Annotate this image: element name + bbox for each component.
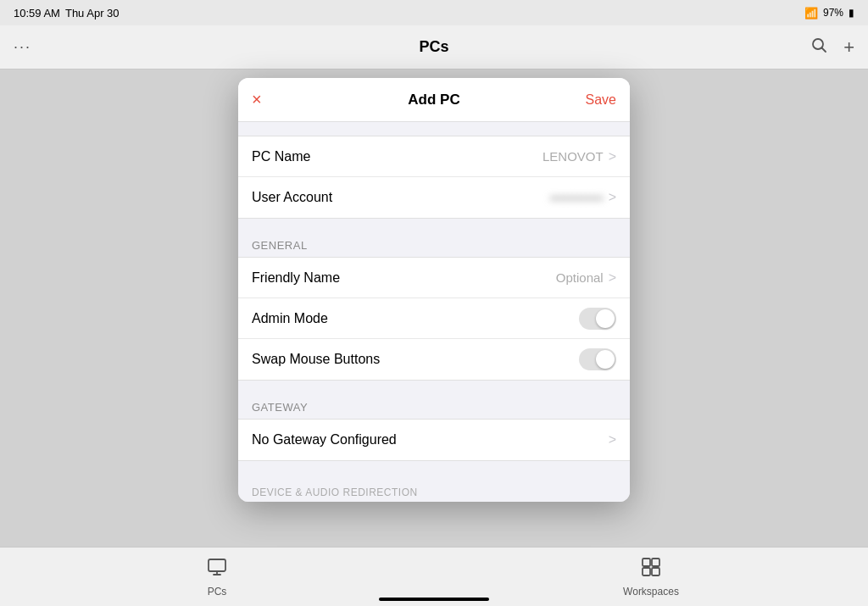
status-date: Thu Apr 30 [65,7,120,19]
save-button[interactable]: Save [586,92,616,108]
nav-title: PCs [419,38,448,56]
admin-mode-row: Admin Mode [238,298,630,339]
friendly-name-label: Friendly Name [252,270,556,286]
no-gateway-row[interactable]: No Gateway Configured > [238,420,630,460]
spacer-gateway [238,381,630,394]
svg-rect-8 [652,568,659,575]
tab-workspaces[interactable]: Workspaces [434,557,868,598]
add-icon[interactable]: + [843,36,854,58]
user-account-row[interactable]: User Account •••••••••••• > [238,177,630,218]
no-gateway-label: No Gateway Configured [252,432,609,448]
search-icon[interactable] [810,36,827,58]
svg-rect-5 [643,559,650,566]
status-time: 10:59 AM [14,7,60,19]
add-pc-modal: × Add PC Save PC Name LENOVOT > User Acc… [238,78,630,502]
admin-mode-toggle[interactable] [579,308,616,330]
svg-line-1 [822,48,826,53]
swap-mouse-label: Swap Mouse Buttons [252,352,579,367]
user-account-chevron: > [609,190,616,205]
pc-name-chevron: > [609,149,616,164]
swap-mouse-row: Swap Mouse Buttons [238,339,630,380]
close-button[interactable]: × [252,90,262,109]
spacer-device [238,461,630,475]
admin-mode-label: Admin Mode [252,311,579,326]
modal-overlay: × Add PC Save PC Name LENOVOT > User Acc… [0,69,868,547]
pc-name-label: PC Name [252,149,542,164]
modal-title: Add PC [408,92,459,108]
friendly-name-value: Optional [556,270,604,285]
status-bar-right: 📶 97% ▮ [804,7,854,19]
pc-name-value: LENOVOT [542,149,604,164]
friendly-name-chevron: > [609,270,616,286]
tab-pcs[interactable]: PCs [0,557,434,598]
swap-mouse-toggle[interactable] [579,348,616,370]
friendly-name-row[interactable]: Friendly Name Optional > [238,258,630,298]
pcs-tab-icon [207,557,227,582]
tab-bar-indicator [379,598,489,601]
user-account-label: User Account [252,190,550,205]
pcs-tab-label: PCs [208,586,227,598]
workspaces-tab-label: Workspaces [623,586,679,598]
wifi-icon: 📶 [804,7,818,19]
status-bar-left: 10:59 AM Thu Apr 30 [14,7,120,19]
battery-icon: ▮ [849,7,854,19]
general-section-header: GENERAL [238,232,630,257]
battery-level: 97% [823,7,843,19]
spacer-top [238,122,630,136]
status-bar: 10:59 AM Thu Apr 30 📶 97% ▮ [0,0,868,25]
no-gateway-chevron: > [609,432,616,448]
svg-rect-6 [652,559,659,566]
user-account-value: •••••••••••• [550,191,604,205]
nav-dots[interactable]: ··· [14,38,31,56]
connection-group: PC Name LENOVOT > User Account •••••••••… [238,136,630,219]
device-audio-peek: DEVICE & AUDIO REDIRECTION [238,475,630,502]
gateway-group: No Gateway Configured > [238,419,630,461]
device-audio-label: DEVICE & AUDIO REDIRECTION [252,486,418,498]
workspaces-tab-icon [641,557,661,582]
svg-rect-7 [643,568,650,575]
svg-rect-2 [209,559,225,571]
modal-header: × Add PC Save [238,78,630,122]
spacer-general [238,219,630,232]
tab-bar: PCs Workspaces [0,547,868,606]
pc-name-row[interactable]: PC Name LENOVOT > [238,136,630,177]
nav-bar: ··· PCs + [0,25,868,69]
general-group: Friendly Name Optional > Admin Mode Swap… [238,257,630,381]
gateway-section-header: GATEWAY [238,394,630,419]
